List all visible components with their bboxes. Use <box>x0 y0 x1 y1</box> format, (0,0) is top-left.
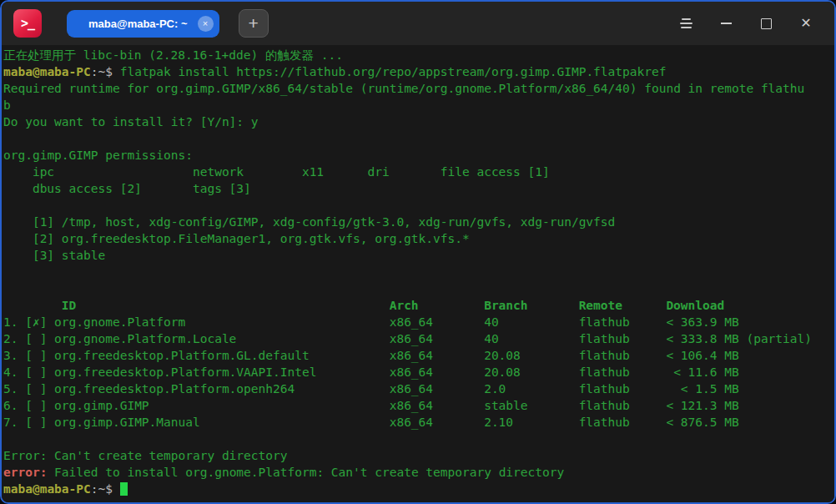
terminal-text: 2.0 <box>484 381 506 397</box>
terminal-text: 2.10 <box>484 414 513 431</box>
terminal[interactable]: 正在处理用于 libc-bin (2.28.16-1+dde) 的触发器 ...… <box>2 45 834 502</box>
terminal-text: < 1.5 MB <box>681 381 739 397</box>
terminal-text: Remote <box>579 297 622 314</box>
package-row: 2. [ ] org.gnome.Platform.Localex86_6440… <box>3 330 834 347</box>
menu-button[interactable] <box>666 7 706 40</box>
terminal-app-icon-glyph: >_ <box>21 16 34 31</box>
terminal-text: maba@maba-PC <box>3 65 91 78</box>
terminal-text: 40 <box>484 330 498 347</box>
terminal-line: Do you want to install it? [Y/n]: y <box>3 113 834 130</box>
terminal-text: ipc <box>33 164 54 180</box>
maximize-button[interactable] <box>746 7 786 40</box>
minimize-icon <box>721 23 732 24</box>
terminal-text: x86_64 <box>390 314 433 330</box>
terminal-line: 正在处理用于 libc-bin (2.28.16-1+dde) 的触发器 ... <box>3 47 834 63</box>
package-row: 1. [✗] org.gnome.Platformx86_6440flathub… <box>3 314 834 330</box>
terminal-text: maba@maba-PC <box>3 482 91 496</box>
terminal-text: 3. [ ] org.freedesktop.Platform.GL.defau… <box>3 349 310 362</box>
terminal-text: x86_64 <box>390 347 433 364</box>
terminal-text: ID <box>62 297 76 314</box>
terminal-text: < 363.9 MB <box>666 314 738 330</box>
tab-close-button[interactable]: × <box>198 16 214 32</box>
package-row: 7. [ ] org.gimp.GIMP.Manualx86_642.10fla… <box>3 414 834 431</box>
terminal-text: 5. [ ] org.freedesktop.Platform.openh264 <box>3 382 295 396</box>
terminal-text: 1. [✗] org.gnome.Platform <box>3 315 185 329</box>
terminal-text: Required runtime for org.gimp.GIMP/x86_6… <box>3 82 804 95</box>
terminal-text: flathub <box>579 381 630 397</box>
package-row: 3. [ ] org.freedesktop.Platform.GL.defau… <box>3 347 834 364</box>
terminal-text: 7. [ ] org.gimp.GIMP.Manual <box>3 416 200 429</box>
terminal-line: maba@maba-PC:~$ <box>3 481 834 497</box>
terminal-line <box>3 280 834 297</box>
package-table-header: IDArchBranchRemoteDownload <box>3 297 834 314</box>
terminal-text: x86_64 <box>390 364 433 381</box>
plus-icon: + <box>248 13 258 33</box>
terminal-line <box>3 130 834 147</box>
terminal-line: b <box>3 97 834 113</box>
terminal-text: Download <box>666 297 724 314</box>
package-row: 4. [ ] org.freedesktop.Platform.VAAPI.In… <box>3 364 834 381</box>
terminal-text: Do you want to install it? [Y/n]: y <box>3 115 259 129</box>
terminal-text: flathub <box>579 347 630 364</box>
tab-active[interactable]: maba@maba-PC: ~ × <box>67 10 219 38</box>
close-icon: ✕ <box>800 17 811 30</box>
terminal-line: [2] org.freedesktop.FileManager1, org.gt… <box>3 230 834 247</box>
terminal-line: Error: Can't create temporary directory <box>3 447 834 464</box>
terminal-line: maba@maba-PC:~$ flatpak install https://… <box>3 63 834 80</box>
terminal-text: flathub <box>579 397 630 414</box>
close-button[interactable]: ✕ <box>786 7 826 40</box>
terminal-text: < 333.8 MB (partial) <box>666 330 812 347</box>
terminal-text: b <box>3 98 11 112</box>
terminal-text: Arch <box>390 297 419 314</box>
terminal-line: ipcnetworkx11drifile access [1] <box>3 164 834 180</box>
terminal-line: [1] /tmp, host, xdg-config/GIMP, xdg-con… <box>3 214 834 230</box>
terminal-line: [3] stable <box>3 247 834 264</box>
terminal-text: flatpak install https://flathub.org/repo… <box>120 65 667 78</box>
terminal-text: [2] org.freedesktop.FileManager1, org.gt… <box>33 230 470 247</box>
terminal-text: file access [1] <box>441 164 550 180</box>
terminal-text: network <box>193 164 244 180</box>
terminal-text: < 876.5 MB <box>666 414 738 431</box>
terminal-line <box>3 264 834 280</box>
new-tab-button[interactable]: + <box>239 9 269 38</box>
terminal-text: Branch <box>484 297 527 314</box>
maximize-icon <box>761 18 772 29</box>
terminal-text: stable <box>484 397 527 414</box>
terminal-text: dbus access [2] <box>33 180 142 197</box>
terminal-text: flathub <box>579 314 630 330</box>
terminal-text: x86_64 <box>390 414 433 431</box>
terminal-line: org.gimp.GIMP permissions: <box>3 147 834 164</box>
terminal-text: dri <box>367 164 389 180</box>
terminal-text: 4. [ ] org.freedesktop.Platform.VAAPI.In… <box>3 365 316 379</box>
terminal-text: Error: Can't create temporary directory <box>3 449 287 462</box>
terminal-text: x11 <box>302 164 324 180</box>
cursor <box>120 482 128 496</box>
terminal-app-icon: >_ <box>13 9 42 38</box>
terminal-text: 40 <box>484 314 498 330</box>
terminal-text: [1] /tmp, host, xdg-config/GIMP, xdg-con… <box>33 214 615 230</box>
terminal-text: 正在处理用于 libc-bin (2.28.16-1+dde) 的触发器 ... <box>3 48 343 62</box>
terminal-line: dbus access [2]tags [3] <box>3 180 834 197</box>
terminal-text: org.gimp.GIMP permissions: <box>3 149 193 162</box>
terminal-line <box>3 197 834 214</box>
terminal-text: 20.08 <box>484 364 521 381</box>
terminal-text: flathub <box>579 364 630 381</box>
terminal-text: < 121.3 MB <box>666 397 738 414</box>
minimize-button[interactable] <box>706 7 746 40</box>
terminal-text: tags [3] <box>193 180 251 197</box>
terminal-text: flathub <box>579 330 630 347</box>
terminal-text: flathub <box>579 414 630 431</box>
terminal-line <box>3 431 834 447</box>
terminal-text: :~$ <box>91 65 120 78</box>
terminal-text: x86_64 <box>390 397 433 414</box>
close-icon: × <box>203 19 208 28</box>
terminal-line: error: Failed to install org.gnome.Platf… <box>3 464 834 481</box>
package-row: 5. [ ] org.freedesktop.Platform.openh264… <box>3 381 834 397</box>
tab-label: maba@maba-PC: ~ <box>88 18 188 30</box>
terminal-text: < 106.4 MB <box>666 347 738 364</box>
terminal-text: < 11.6 MB <box>673 364 739 381</box>
terminal-text: 6. [ ] org.gimp.GIMP <box>3 399 149 412</box>
terminal-text: 2. [ ] org.gnome.Platform.Locale <box>3 332 236 345</box>
terminal-text: 20.08 <box>484 347 521 364</box>
terminal-text: :~$ <box>91 482 120 496</box>
